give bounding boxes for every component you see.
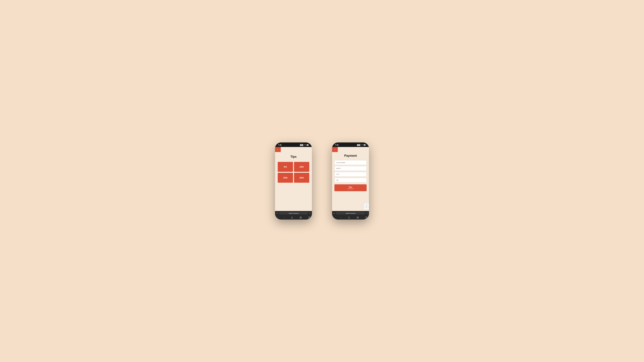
- svg-rect-4: [300, 217, 301, 218]
- svg-rect-3: [300, 217, 301, 218]
- status-icons-2: ▋▋▋: [357, 144, 366, 146]
- tips-title: Tips: [290, 155, 297, 159]
- mmyy-field[interactable]: [334, 166, 366, 171]
- battery-icon-2: [364, 144, 366, 146]
- battery-icon-1: [306, 144, 309, 146]
- svg-rect-9: [357, 217, 358, 218]
- pay-button[interactable]: Pay 34.87$ +tx: [334, 184, 366, 191]
- status-time-1: 7:35: [278, 144, 282, 146]
- nav-bookmarks-2[interactable]: [357, 217, 359, 219]
- nav-tabs-1[interactable]: [308, 217, 310, 219]
- tips-grid: 0% 10% 15% 20%: [278, 162, 309, 183]
- url-bar-2[interactable]: alacarte.restaurant: [336, 212, 365, 215]
- nav-bookmarks-1[interactable]: [300, 217, 302, 219]
- tip-15-button[interactable]: 15%: [278, 173, 293, 183]
- svg-rect-7: [364, 144, 365, 145]
- svg-rect-11: [366, 217, 367, 218]
- payment-content: Payment Pay 34.87$ +tx: [332, 152, 369, 211]
- aa-button-2[interactable]: AA: [334, 213, 335, 214]
- aa-button-1[interactable]: AA: [276, 213, 278, 214]
- reload-icon-2[interactable]: ↺: [366, 213, 368, 214]
- payment-title: Payment: [334, 154, 366, 158]
- svg-rect-10: [357, 217, 358, 218]
- svg-rect-1: [307, 144, 308, 145]
- back-button-1[interactable]: ←: [275, 147, 281, 152]
- zip-field[interactable]: [334, 178, 366, 183]
- tip-20-button[interactable]: 20%: [294, 173, 309, 183]
- tips-screen: ← Tips 0% 10% 15% 20%: [275, 147, 312, 211]
- status-bar-1: 7:35 ▋▋▋: [275, 142, 312, 147]
- nav-share-1[interactable]: [291, 217, 293, 219]
- svg-rect-5: [308, 217, 310, 218]
- back-button-2[interactable]: ←: [332, 147, 338, 152]
- phone-tips: 7:35 ▋▋▋ ←: [275, 142, 312, 220]
- svg-rect-2: [308, 145, 309, 145]
- reload-icon-1[interactable]: ↺: [309, 213, 310, 214]
- url-bar-1[interactable]: alacarte.restaurant: [279, 212, 308, 215]
- tip-0-button[interactable]: 0%: [278, 162, 293, 172]
- card-number-field[interactable]: [334, 160, 366, 165]
- nav-share-2[interactable]: [348, 217, 350, 219]
- cvv-field[interactable]: [334, 172, 366, 177]
- recaptcha-badge: ⟳ reCAPTCHAPrivacy - Terms: [364, 203, 369, 210]
- signal-icon-1: ▋▋▋: [300, 144, 304, 146]
- svg-rect-8: [366, 145, 366, 145]
- recaptcha-icon: ⟳: [366, 204, 368, 206]
- payment-screen: ← Payment Pay 34.87$ +tx ⟳ reCAPTCHAPriv…: [332, 147, 369, 211]
- nav-forward-2[interactable]: ›: [341, 217, 342, 219]
- status-icons-1: ▋▋▋: [300, 144, 309, 146]
- browser-bar-1: AA alacarte.restaurant ↺: [275, 211, 312, 216]
- browser-nav-1: ‹ ›: [275, 216, 312, 220]
- wifi-icon-2: [361, 144, 363, 146]
- nav-back-2[interactable]: ‹: [334, 217, 334, 219]
- tips-content: Tips 0% 10% 15% 20%: [275, 152, 312, 211]
- nav-tabs-2[interactable]: [365, 217, 367, 219]
- signal-icon-2: ▋▋▋: [357, 144, 360, 146]
- recaptcha-text: reCAPTCHAPrivacy - Terms: [364, 206, 369, 209]
- phone-payment: 7:35 ▋▋▋ ←: [332, 142, 369, 220]
- status-time-2: 7:35: [335, 144, 338, 146]
- nav-forward-1[interactable]: ›: [284, 217, 284, 219]
- tip-10-button[interactable]: 10%: [294, 162, 309, 172]
- wifi-icon-1: [304, 144, 306, 146]
- status-bar-2: 7:35 ▋▋▋: [332, 142, 369, 147]
- nav-back-1[interactable]: ‹: [277, 217, 277, 219]
- browser-nav-2: ‹ ›: [332, 216, 369, 220]
- browser-bar-2: AA alacarte.restaurant ↺: [332, 211, 369, 216]
